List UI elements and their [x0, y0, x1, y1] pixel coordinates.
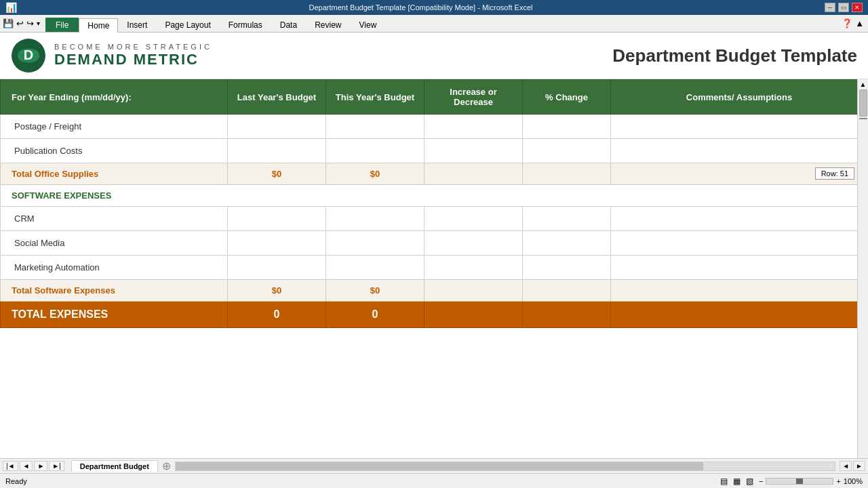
row-increase[interactable] — [425, 231, 523, 256]
row-pct[interactable] — [523, 256, 611, 280]
total-last-year: $0 — [228, 163, 326, 185]
scroll-divider — [859, 118, 867, 119]
save-icon[interactable]: 💾 — [3, 18, 14, 28]
total-increase — [425, 163, 523, 185]
page-layout-view-btn[interactable]: ▦ — [733, 476, 741, 486]
row-pct[interactable] — [523, 139, 611, 163]
insert-sheet-btn[interactable]: ⊕ — [162, 460, 171, 472]
tab-formulas[interactable]: Formulas — [220, 18, 271, 32]
row-increase[interactable] — [425, 139, 523, 163]
logo-area: D Become More Strategic Demand Metric — [11, 38, 212, 73]
total-office-supplies-row: Total Office Supplies $0 $0 — [1, 163, 868, 185]
status-bar: Ready ▤ ▦ ▧ − + 100% — [0, 473, 868, 488]
row-comments[interactable] — [611, 207, 868, 231]
zoom-slider[interactable] — [766, 478, 833, 485]
row-pct[interactable] — [523, 115, 611, 139]
row-this-year[interactable] — [326, 207, 425, 231]
table-row: Publication Costs — [1, 139, 868, 163]
tab-view[interactable]: View — [351, 18, 386, 32]
row-label[interactable]: Marketing Automation — [1, 256, 228, 280]
table-row: CRM — [1, 207, 868, 231]
horizontal-scroll-thumb[interactable] — [176, 462, 703, 470]
minimize-btn[interactable]: ─ — [825, 3, 835, 12]
zoom-control: − + 100% — [759, 477, 863, 485]
sheet-last-btn[interactable]: ►| — [49, 461, 64, 471]
row-label[interactable]: CRM — [1, 207, 228, 231]
help-icon[interactable]: ❓ — [842, 18, 852, 28]
doc-title: Department Budget Template — [612, 45, 857, 66]
row-indicator: Row: 51 — [815, 167, 854, 180]
table-header-row: For Year Ending (mm/dd/yy): Last Year's … — [1, 80, 868, 115]
row-this-year[interactable] — [326, 139, 425, 163]
horizontal-scrollbar[interactable] — [175, 462, 835, 471]
row-last-year[interactable] — [228, 139, 326, 163]
scrollbar-vertical[interactable]: ▲ — [857, 79, 868, 488]
title-bar-title: Department Budget Template [Compatibilit… — [17, 3, 825, 12]
window-controls: ─ ▭ ✕ — [825, 3, 863, 12]
page-break-view-btn[interactable]: ▧ — [746, 476, 753, 486]
row-this-year[interactable] — [326, 231, 425, 256]
tab-data[interactable]: Data — [271, 18, 306, 32]
status-ready: Ready — [5, 477, 27, 485]
grand-total-this: 0 — [326, 302, 425, 328]
content-area: Row: 51 For Year Ending (mm/dd/yy): Last… — [0, 79, 868, 488]
row-comments[interactable] — [611, 139, 868, 163]
zoom-in-btn[interactable]: + — [836, 477, 840, 485]
grand-total-increase — [425, 302, 523, 328]
row-increase[interactable] — [425, 207, 523, 231]
sheet-nav: |◄ ◄ ► ►| — [3, 461, 64, 471]
tab-review[interactable]: Review — [306, 18, 350, 32]
section-header-software: SOFTWARE EXPENSES — [1, 185, 868, 207]
tab-page-layout[interactable]: Page Layout — [156, 18, 219, 32]
zoom-level: 100% — [844, 477, 863, 485]
scroll-right-btn[interactable]: ► — [853, 461, 865, 471]
row-label[interactable]: Publication Costs — [1, 139, 228, 163]
row-comments[interactable] — [611, 231, 868, 256]
row-this-year[interactable] — [326, 256, 425, 280]
scroll-thumb[interactable] — [859, 89, 867, 117]
row-label[interactable]: Social Media — [1, 231, 228, 256]
row-last-year[interactable] — [228, 231, 326, 256]
table-row: Marketing Automation — [1, 256, 868, 280]
col-header-comments: Comments/ Assumptions — [611, 80, 868, 115]
table-row: Social Media — [1, 231, 868, 256]
zoom-out-btn[interactable]: − — [759, 477, 763, 485]
undo-icon[interactable]: ↩ — [16, 18, 24, 28]
row-last-year[interactable] — [228, 115, 326, 139]
customize-icon[interactable]: ▾ — [37, 20, 40, 27]
row-this-year[interactable] — [326, 115, 425, 139]
tab-insert[interactable]: Insert — [118, 18, 156, 32]
row-pct[interactable] — [523, 207, 611, 231]
close-btn[interactable]: ✕ — [852, 3, 863, 12]
row-increase[interactable] — [425, 115, 523, 139]
tab-home[interactable]: Home — [79, 18, 118, 33]
sheet-first-btn[interactable]: |◄ — [3, 461, 18, 471]
sheet-tab-department-budget[interactable]: Department Budget — [71, 460, 158, 472]
budget-table: For Year Ending (mm/dd/yy): Last Year's … — [0, 79, 868, 328]
tab-file[interactable]: File — [45, 18, 79, 32]
title-bar: 📊 Department Budget Template [Compatibil… — [0, 0, 868, 15]
total-software-comments — [611, 280, 868, 302]
row-comments[interactable] — [611, 115, 868, 139]
ribbon-minimize-icon[interactable]: ▲ — [855, 18, 864, 28]
svg-text:D: D — [24, 47, 33, 62]
logo-graphic: D — [11, 38, 46, 73]
restore-btn[interactable]: ▭ — [838, 3, 849, 12]
normal-view-btn[interactable]: ▤ — [720, 476, 728, 486]
scroll-left-btn[interactable]: ◄ — [840, 461, 852, 471]
scroll-up-btn[interactable]: ▲ — [858, 79, 868, 88]
col-header-this-year: This Year's Budget — [326, 80, 425, 115]
row-comments[interactable] — [611, 256, 868, 280]
row-increase[interactable] — [425, 256, 523, 280]
row-label[interactable]: Postage / Freight — [1, 115, 228, 139]
row-pct[interactable] — [523, 231, 611, 256]
row-last-year[interactable] — [228, 207, 326, 231]
total-software-pct — [523, 280, 611, 302]
row-last-year[interactable] — [228, 256, 326, 280]
redo-icon[interactable]: ↪ — [26, 18, 34, 28]
total-label: Total Office Supplies — [1, 163, 228, 185]
sheet-next-btn[interactable]: ► — [34, 461, 47, 471]
total-this-year: $0 — [326, 163, 425, 185]
sheet-prev-btn[interactable]: ◄ — [20, 461, 33, 471]
table-row: Postage / Freight — [1, 115, 868, 139]
